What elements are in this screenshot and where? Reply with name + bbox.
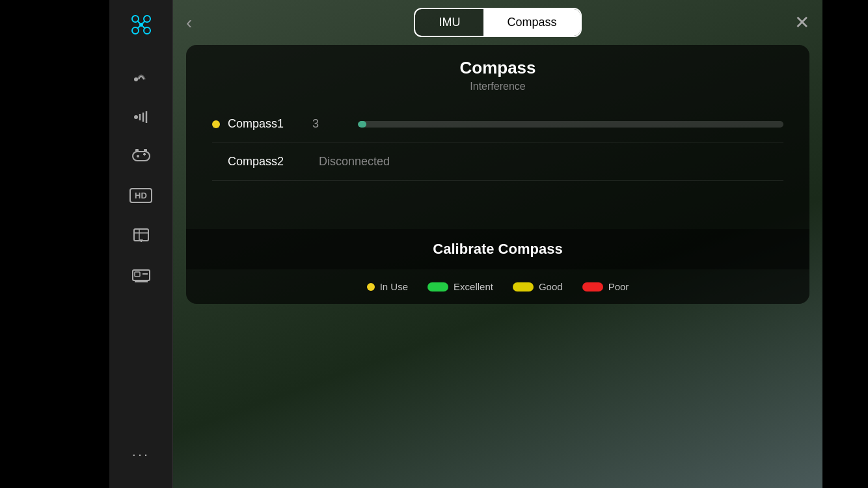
compass2-disconnected: Disconnected xyxy=(319,155,390,169)
app-logo xyxy=(129,13,153,41)
close-button[interactable]: ✕ xyxy=(794,14,809,32)
in-use-dot xyxy=(367,283,375,291)
header: ‹ IMU Compass ✕ xyxy=(173,0,822,45)
legend-in-use: In Use xyxy=(367,281,408,292)
compass1-bar-container xyxy=(358,121,783,128)
compass-rows: Compass1 3 Compass2 Disconnected xyxy=(186,105,809,229)
hd-badge: HD xyxy=(129,188,152,203)
svg-line-6 xyxy=(137,26,140,29)
good-pill xyxy=(513,282,534,291)
svg-line-5 xyxy=(142,21,145,23)
compass2-name: Compass2 xyxy=(228,155,306,169)
sidebar-item-signal[interactable] xyxy=(109,61,172,98)
legend-excellent: Excellent xyxy=(427,281,493,292)
overlay-panel: ‹ IMU Compass ✕ Compass Interference Com… xyxy=(173,0,822,488)
left-black-panel xyxy=(0,0,109,488)
legend-poor: Poor xyxy=(582,281,629,292)
svg-line-4 xyxy=(137,21,140,23)
tab-compass[interactable]: Compass xyxy=(483,9,580,36)
right-black-panel xyxy=(822,0,868,488)
sidebar-item-camera[interactable] xyxy=(109,256,172,295)
legend-section: In Use Excellent Good Poor xyxy=(186,269,809,304)
more-dots-icon: ··· xyxy=(132,446,150,463)
compass1-status-dot xyxy=(212,120,220,128)
main-area: ‹ IMU Compass ✕ Compass Interference Com… xyxy=(173,0,822,488)
compass2-status-dot xyxy=(212,158,220,166)
svg-rect-17 xyxy=(134,229,148,241)
tab-imu[interactable]: IMU xyxy=(415,9,483,36)
back-button[interactable]: ‹ xyxy=(186,14,192,32)
bottom-spacer xyxy=(173,304,822,488)
sidebar-item-controller[interactable] xyxy=(109,136,172,176)
excellent-pill xyxy=(427,282,448,291)
svg-rect-15 xyxy=(135,149,139,152)
svg-rect-16 xyxy=(144,149,147,152)
legend-poor-label: Poor xyxy=(608,281,629,292)
poor-pill xyxy=(582,282,603,291)
sidebar-item-more[interactable]: ··· xyxy=(109,435,172,475)
compass1-name: Compass1 xyxy=(228,117,306,131)
compass1-bar-fill xyxy=(358,121,366,128)
calibrate-button[interactable]: Calibrate Compass xyxy=(198,241,798,258)
svg-point-12 xyxy=(137,155,139,157)
sidebar-item-map[interactable] xyxy=(109,215,172,256)
sidebar-item-hd[interactable]: HD xyxy=(109,176,172,215)
content-panel: Compass Interference Compass1 3 xyxy=(186,45,809,229)
legend-in-use-label: In Use xyxy=(380,281,408,292)
legend-good: Good xyxy=(513,281,563,292)
svg-point-10 xyxy=(134,115,138,119)
calibrate-section: Calibrate Compass xyxy=(186,229,809,269)
svg-rect-11 xyxy=(133,152,150,161)
sidebar: HD ··· xyxy=(109,0,173,488)
legend-excellent-label: Excellent xyxy=(454,281,493,292)
svg-line-7 xyxy=(142,26,145,29)
svg-point-8 xyxy=(139,23,143,27)
svg-rect-23 xyxy=(135,272,140,277)
legend-good-label: Good xyxy=(539,281,563,292)
compass2-row: Compass2 Disconnected xyxy=(212,143,783,181)
panel-title: Compass xyxy=(186,45,809,81)
panel-subtitle: Interference xyxy=(186,81,809,105)
tab-group: IMU Compass xyxy=(414,8,581,37)
compass1-row: Compass1 3 xyxy=(212,105,783,143)
compass1-bar-bg xyxy=(358,121,783,128)
sidebar-item-dot-signal[interactable] xyxy=(109,98,172,136)
compass1-value: 3 xyxy=(312,117,345,131)
